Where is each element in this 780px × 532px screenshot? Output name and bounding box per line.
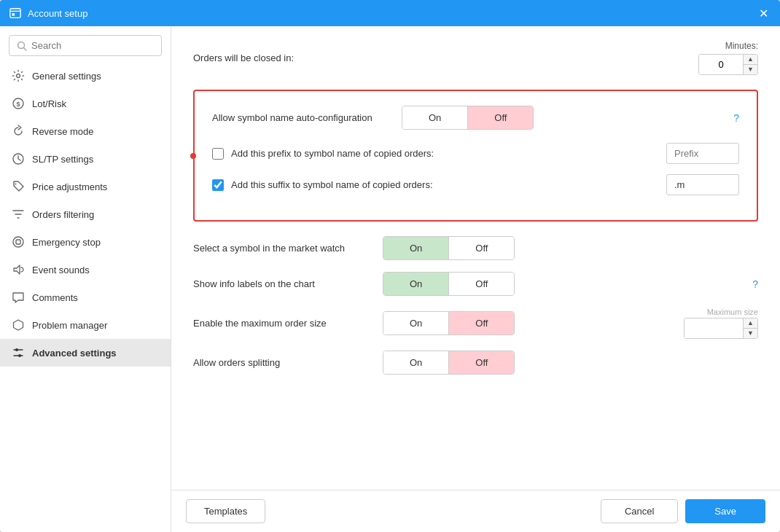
- tag-icon: [12, 180, 25, 193]
- orders-splitting-row: Allow orders splitting On Off: [193, 351, 758, 375]
- sliders-icon: [12, 346, 25, 359]
- orders-splitting-off-button[interactable]: Off: [448, 351, 514, 374]
- minutes-right: Minutes: 0 ▲ ▼: [698, 41, 758, 75]
- content-area: Orders will be closed in: Minutes: 0 ▲ ▼: [171, 26, 780, 490]
- suffix-row: Add this suffix to symbol name of copied…: [212, 174, 739, 195]
- sidebar: General settings $ Lot/Risk Reverse mode: [0, 26, 171, 532]
- red-dot: [190, 153, 196, 159]
- symbol-config-label: Allow symbol name auto-configuration: [212, 112, 402, 123]
- sidebar-label-orders-filtering: Orders filtering: [32, 209, 94, 220]
- sidebar-item-lot-risk[interactable]: $ Lot/Risk: [0, 90, 171, 117]
- max-size-label: Maximum size: [707, 308, 758, 316]
- max-size-input[interactable]: [685, 318, 743, 338]
- suffix-label: Add this suffix to symbol name of copied…: [231, 179, 659, 190]
- orders-splitting-label: Allow orders splitting: [193, 357, 383, 368]
- info-labels-off-button[interactable]: Off: [448, 273, 514, 295]
- minutes-down-button[interactable]: ▼: [744, 65, 757, 74]
- sidebar-item-orders-filtering[interactable]: Orders filtering: [0, 200, 171, 228]
- symbol-config-row: Allow symbol name auto-configuration On …: [212, 106, 739, 130]
- max-size-down-button[interactable]: ▼: [744, 329, 757, 338]
- sidebar-label-emergency-stop: Emergency stop: [32, 237, 101, 248]
- svg-rect-0: [10, 9, 20, 18]
- svg-text:$: $: [16, 101, 20, 108]
- market-watch-on-button[interactable]: On: [383, 237, 448, 259]
- dollar-circle-icon: $: [12, 97, 25, 110]
- sidebar-item-general-settings[interactable]: General settings: [0, 62, 171, 90]
- nav-items: General settings $ Lot/Risk Reverse mode: [0, 62, 171, 532]
- svg-marker-12: [14, 265, 20, 274]
- market-watch-off-button[interactable]: Off: [448, 237, 514, 259]
- symbol-config-help-icon[interactable]: ?: [733, 112, 739, 124]
- window-icon: [9, 7, 22, 20]
- svg-line-4: [24, 47, 27, 50]
- templates-button[interactable]: Templates: [186, 499, 265, 523]
- minutes-up-button[interactable]: ▲: [744, 55, 757, 65]
- sidebar-item-reverse-mode[interactable]: Reverse mode: [0, 117, 171, 145]
- search-icon: [17, 41, 27, 51]
- svg-point-17: [18, 354, 21, 357]
- suffix-checkbox[interactable]: [212, 179, 224, 191]
- info-labels-on-button[interactable]: On: [383, 273, 448, 295]
- body: General settings $ Lot/Risk Reverse mode: [0, 26, 780, 532]
- max-order-size-off-button[interactable]: Off: [448, 312, 514, 335]
- sidebar-label-comments: Comments: [32, 292, 78, 303]
- max-size-up-button[interactable]: ▲: [744, 318, 757, 329]
- minutes-row: Orders will be closed in: Minutes: 0 ▲ ▼: [193, 41, 758, 75]
- svg-rect-11: [16, 240, 20, 244]
- symbol-config-toggle: On Off: [402, 106, 534, 130]
- info-labels-label: Show info labels on the chart: [193, 278, 383, 289]
- sidebar-item-sl-tp-settings[interactable]: SL/TP settings: [0, 145, 171, 173]
- search-input[interactable]: [31, 40, 154, 51]
- prefix-row: Add this prefix to symbol name of copied…: [212, 143, 739, 164]
- prefix-checkbox[interactable]: [212, 148, 224, 160]
- search-box[interactable]: [9, 35, 162, 56]
- max-order-size-section: Enable the maximum order size On Off Max…: [193, 308, 758, 339]
- footer-right: Cancel Save: [601, 499, 765, 523]
- sidebar-item-event-sounds[interactable]: Event sounds: [0, 256, 171, 283]
- close-button[interactable]: ✕: [756, 7, 771, 20]
- orders-splitting-toggle: On Off: [383, 351, 515, 375]
- cancel-button[interactable]: Cancel: [601, 499, 678, 523]
- window-title: Account setup: [28, 8, 756, 19]
- clock-icon: [12, 152, 25, 165]
- max-order-size-toggle: On Off: [383, 311, 515, 335]
- sidebar-item-advanced-settings[interactable]: Advanced settings: [0, 339, 171, 367]
- minutes-label: Minutes:: [725, 41, 758, 51]
- sidebar-item-price-adjustments[interactable]: Price adjustments: [0, 173, 171, 200]
- info-labels-toggle: On Off: [383, 272, 515, 296]
- main-content: Orders will be closed in: Minutes: 0 ▲ ▼: [171, 26, 780, 532]
- info-labels-help-icon[interactable]: ?: [752, 278, 758, 290]
- sidebar-item-problem-manager[interactable]: Problem manager: [0, 311, 171, 339]
- sidebar-item-comments[interactable]: Comments: [0, 283, 171, 311]
- prefix-label: Add this prefix to symbol name of copied…: [231, 148, 659, 159]
- minutes-value[interactable]: 0: [699, 55, 743, 74]
- volume-icon: [12, 263, 25, 276]
- minutes-spinner: 0 ▲ ▼: [698, 54, 758, 75]
- hexagon-icon: [12, 318, 25, 332]
- sidebar-label-price-adjustments: Price adjustments: [32, 181, 107, 192]
- market-watch-toggle: On Off: [383, 236, 515, 260]
- max-size-spinner: ▲ ▼: [684, 318, 758, 339]
- sidebar-item-emergency-stop[interactable]: Emergency stop: [0, 228, 171, 256]
- symbol-config-off-button[interactable]: Off: [467, 106, 533, 129]
- market-watch-row: Select a symbol in the market watch On O…: [193, 236, 758, 260]
- symbol-config-on-button[interactable]: On: [402, 106, 467, 129]
- sidebar-label-sl-tp-settings: SL/TP settings: [32, 154, 93, 165]
- save-button[interactable]: Save: [685, 499, 765, 523]
- stop-circle-icon: [12, 235, 25, 249]
- max-size-spinner-buttons: ▲ ▼: [743, 318, 757, 338]
- filter-icon: [12, 208, 25, 221]
- orders-splitting-on-button[interactable]: On: [383, 351, 448, 374]
- footer: Templates Cancel Save: [171, 490, 780, 532]
- prefix-input[interactable]: [666, 143, 739, 164]
- max-order-size-on-button[interactable]: On: [383, 312, 448, 335]
- max-order-size-label: Enable the maximum order size: [193, 318, 383, 329]
- comment-icon: [12, 291, 25, 304]
- refresh-icon: [12, 125, 25, 138]
- svg-point-9: [15, 184, 17, 185]
- market-watch-label: Select a symbol in the market watch: [193, 243, 383, 254]
- svg-rect-2: [12, 13, 15, 16]
- spinner-buttons: ▲ ▼: [743, 55, 757, 74]
- suffix-input[interactable]: .m: [666, 174, 739, 195]
- account-setup-window: Account setup ✕ General settings: [0, 0, 780, 532]
